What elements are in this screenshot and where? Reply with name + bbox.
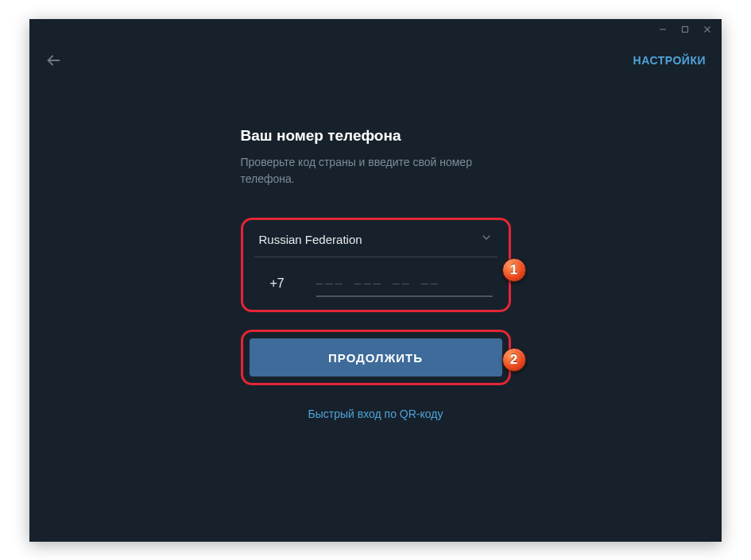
minimize-button[interactable] xyxy=(652,21,674,38)
country-name: Russian Federation xyxy=(259,233,362,246)
maximize-button[interactable] xyxy=(674,21,696,38)
phone-input-group: Russian Federation +7 ––– ––– –– –– 1 xyxy=(241,218,511,312)
qr-login-link[interactable]: Быстрый вход по QR-коду xyxy=(241,407,511,420)
chevron-down-icon xyxy=(480,231,493,247)
page-title: Ваш номер телефона xyxy=(241,127,511,145)
titlebar xyxy=(29,19,722,40)
phone-placeholder: ––– ––– –– –– xyxy=(316,276,440,291)
back-button[interactable] xyxy=(42,49,64,71)
app-window: НАСТРОЙКИ Ваш номер телефона Проверьте к… xyxy=(29,19,722,542)
continue-wrap: ПРОДОЛЖИТЬ 2 xyxy=(241,330,511,385)
settings-link[interactable]: НАСТРОЙКИ xyxy=(633,54,706,67)
page-subtitle: Проверьте код страны и введите свой номе… xyxy=(241,154,511,187)
phone-row: +7 ––– ––– –– –– xyxy=(254,257,497,297)
annotation-badge-2: 2 xyxy=(502,348,526,372)
country-select[interactable]: Russian Federation xyxy=(254,228,497,257)
phone-input[interactable]: ––– ––– –– –– xyxy=(316,276,493,297)
close-button[interactable] xyxy=(696,21,718,38)
topbar: НАСТРОЙКИ xyxy=(29,40,722,71)
annotation-badge-1: 1 xyxy=(502,258,526,282)
continue-button[interactable]: ПРОДОЛЖИТЬ xyxy=(250,338,502,377)
login-form: Ваш номер телефона Проверьте код страны … xyxy=(241,127,511,420)
country-code: +7 xyxy=(259,276,294,291)
svg-rect-1 xyxy=(683,27,688,33)
